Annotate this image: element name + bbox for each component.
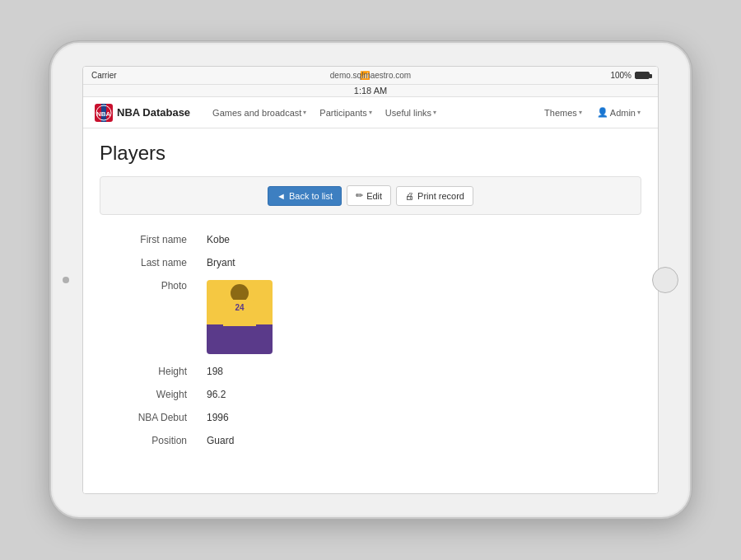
admin-label: Admin — [610, 108, 636, 118]
ipad-screen: Carrier 📶 demo.sqlmaestro.com 100% 1:18 … — [82, 66, 659, 494]
status-bar: Carrier 📶 demo.sqlmaestro.com 100% — [83, 67, 658, 85]
volume-button — [63, 277, 69, 283]
time-bar: 1:18 AM — [83, 85, 658, 97]
table-row: First name Kobe — [100, 228, 641, 251]
back-to-list-button[interactable]: ◄ Back to list — [268, 186, 342, 206]
print-label: Print record — [417, 191, 464, 201]
back-label: Back to list — [289, 191, 333, 201]
carrier-label: Carrier — [91, 71, 117, 80]
field-value-height: 198 — [198, 360, 641, 383]
battery-pct: 100% — [610, 71, 631, 80]
player-figure: 24 — [207, 280, 273, 354]
nav-item-admin[interactable]: 👤 Admin ▾ — [591, 104, 646, 121]
field-value-position: Guard — [198, 429, 641, 452]
arrow-left-icon: ◄ — [277, 191, 286, 201]
field-label-nba-debut: NBA Debut — [100, 406, 198, 429]
nav-links-label: Useful links — [385, 108, 431, 118]
player-body: 24 — [223, 300, 256, 329]
table-row: Weight 96.2 — [100, 383, 641, 406]
edit-label: Edit — [366, 191, 382, 201]
status-right: 100% — [610, 71, 650, 80]
record-table: First name Kobe Last name Bryant Photo — [100, 228, 641, 452]
nav-links: Games and broadcast ▾ Participants ▾ Use… — [207, 105, 529, 121]
url-label: demo.sqlmaestro.com — [330, 71, 411, 80]
table-row: NBA Debut 1996 — [100, 406, 641, 429]
table-row: Position Guard — [100, 429, 641, 452]
nav-item-participants[interactable]: Participants ▾ — [314, 105, 377, 121]
home-button[interactable] — [652, 267, 678, 293]
field-label-weight: Weight — [100, 383, 198, 406]
nav-item-links[interactable]: Useful links ▾ — [380, 105, 442, 121]
brand[interactable]: NBA NBA Database — [95, 104, 190, 122]
nav-games-label: Games and broadcast — [212, 108, 301, 118]
table-row: Last name Bryant — [100, 251, 641, 274]
action-bar: ◄ Back to list ✏ Edit 🖨 Print record — [100, 176, 641, 215]
field-label-first-name: First name — [100, 228, 198, 251]
field-label-height: Height — [100, 360, 198, 383]
print-record-button[interactable]: 🖨 Print record — [396, 186, 473, 206]
chevron-down-icon: ▾ — [303, 109, 306, 116]
time-display: 1:18 AM — [354, 86, 387, 96]
nav-item-games[interactable]: Games and broadcast ▾ — [207, 105, 312, 121]
themes-label: Themes — [544, 108, 577, 118]
chevron-down-icon: ▾ — [433, 109, 436, 116]
content-area: Players ◄ Back to list ✏ Edit 🖨 Print re… — [83, 128, 658, 493]
user-icon: 👤 — [597, 107, 608, 118]
chevron-down-icon: ▾ — [637, 109, 641, 116]
field-value-first-name: Kobe — [198, 228, 641, 251]
field-value-nba-debut: 1996 — [198, 406, 641, 429]
field-label-last-name: Last name — [100, 251, 198, 274]
player-photo: 24 — [207, 280, 273, 354]
edit-button[interactable]: ✏ Edit — [347, 185, 391, 206]
field-value-last-name: Bryant — [198, 251, 641, 274]
chevron-down-icon: ▾ — [579, 109, 582, 116]
svg-text:NBA: NBA — [96, 110, 111, 118]
nav-right: Themes ▾ 👤 Admin ▾ — [538, 104, 646, 121]
chevron-down-icon: ▾ — [369, 109, 372, 116]
print-icon: 🖨 — [405, 191, 414, 201]
nba-logo-icon: NBA — [95, 104, 113, 122]
ipad-device: Carrier 📶 demo.sqlmaestro.com 100% 1:18 … — [49, 41, 692, 519]
navbar: NBA NBA Database Games and broadcast ▾ P… — [83, 97, 658, 128]
page-title: Players — [100, 142, 641, 165]
player-body-lower — [223, 326, 256, 343]
pencil-icon: ✏ — [356, 190, 363, 201]
nav-item-themes[interactable]: Themes ▾ — [538, 105, 588, 121]
brand-label: NBA Database — [117, 106, 190, 119]
table-row: Photo 24 — [100, 274, 641, 360]
field-label-photo: Photo — [100, 274, 198, 360]
table-row: Height 198 — [100, 360, 641, 383]
field-value-photo: 24 — [198, 274, 641, 360]
field-value-weight: 96.2 — [198, 383, 641, 406]
nav-participants-label: Participants — [319, 108, 366, 118]
battery-icon — [635, 72, 650, 79]
field-label-position: Position — [100, 429, 198, 452]
